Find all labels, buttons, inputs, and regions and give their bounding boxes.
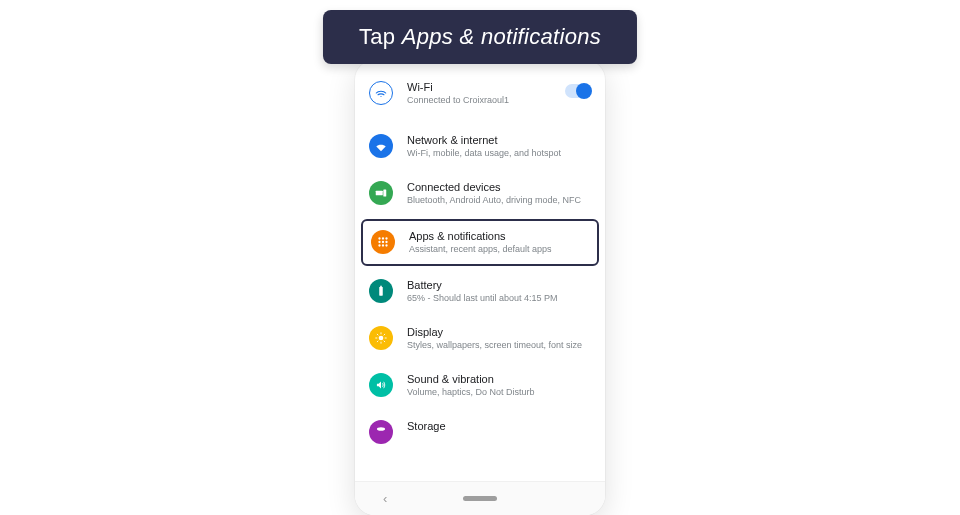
setting-storage[interactable]: Storage [355,409,605,436]
setting-text: Connected devices Bluetooth, Android Aut… [407,180,591,207]
devices-icon [369,181,393,205]
network-icon [369,134,393,158]
svg-rect-1 [383,189,386,196]
setting-title: Storage [407,419,591,433]
setting-title: Wi-Fi [407,80,551,94]
svg-rect-11 [379,287,383,296]
svg-point-2 [378,237,380,239]
setting-text: Apps & notifications Assistant, recent a… [409,229,589,256]
setting-text: Sound & vibration Volume, haptics, Do No… [407,372,591,399]
storage-icon [369,420,393,444]
settings-list: Wi-Fi Connected to Croixraoul1 Network &… [355,60,605,436]
svg-rect-12 [380,286,382,287]
setting-title: Sound & vibration [407,372,591,386]
setting-text: Battery 65% - Should last until about 4:… [407,278,591,305]
setting-wifi[interactable]: Wi-Fi Connected to Croixraoul1 [355,70,605,117]
wifi-toggle[interactable] [565,84,591,98]
svg-point-13 [379,336,384,341]
setting-connected-devices[interactable]: Connected devices Bluetooth, Android Aut… [355,170,605,217]
svg-point-6 [382,241,384,243]
setting-subtitle: Bluetooth, Android Auto, driving mode, N… [407,195,591,207]
setting-text: Wi-Fi Connected to Croixraoul1 [407,80,551,107]
setting-subtitle: 65% - Should last until about 4:15 PM [407,293,591,305]
setting-display[interactable]: Display Styles, wallpapers, screen timeo… [355,315,605,362]
setting-title: Display [407,325,591,339]
svg-point-7 [385,241,387,243]
navigation-bar: ‹ [355,481,605,515]
nav-home-pill[interactable] [463,496,497,501]
svg-point-10 [385,244,387,246]
setting-subtitle: Wi-Fi, mobile, data usage, and hotspot [407,148,591,160]
svg-point-3 [382,237,384,239]
svg-point-9 [382,244,384,246]
instruction-prefix: Tap [359,24,402,49]
phone-frame: Wi-Fi Connected to Croixraoul1 Network &… [355,60,605,515]
instruction-emphasis: Apps & notifications [402,24,601,49]
setting-subtitle: Assistant, recent apps, default apps [409,244,589,256]
setting-apps-notifications[interactable]: Apps & notifications Assistant, recent a… [361,219,599,266]
setting-subtitle: Connected to Croixraoul1 [407,95,551,107]
setting-title: Apps & notifications [409,229,589,243]
setting-battery[interactable]: Battery 65% - Should last until about 4:… [355,268,605,315]
setting-subtitle: Volume, haptics, Do Not Disturb [407,387,591,399]
svg-point-4 [385,237,387,239]
svg-point-5 [378,241,380,243]
setting-sound[interactable]: Sound & vibration Volume, haptics, Do No… [355,362,605,409]
nav-back-button[interactable]: ‹ [383,491,387,506]
setting-title: Network & internet [407,133,591,147]
display-icon [369,326,393,350]
setting-network[interactable]: Network & internet Wi-Fi, mobile, data u… [355,123,605,170]
wifi-icon [369,81,393,105]
setting-text: Storage [407,419,591,433]
sound-icon [369,373,393,397]
apps-icon [371,230,395,254]
svg-point-14 [377,427,385,431]
battery-icon [369,279,393,303]
setting-title: Connected devices [407,180,591,194]
setting-text: Display Styles, wallpapers, screen timeo… [407,325,591,352]
setting-text: Network & internet Wi-Fi, mobile, data u… [407,133,591,160]
setting-title: Battery [407,278,591,292]
svg-point-8 [378,244,380,246]
svg-rect-0 [376,191,383,196]
instruction-banner: Tap Apps & notifications [323,10,637,64]
setting-subtitle: Styles, wallpapers, screen timeout, font… [407,340,591,352]
